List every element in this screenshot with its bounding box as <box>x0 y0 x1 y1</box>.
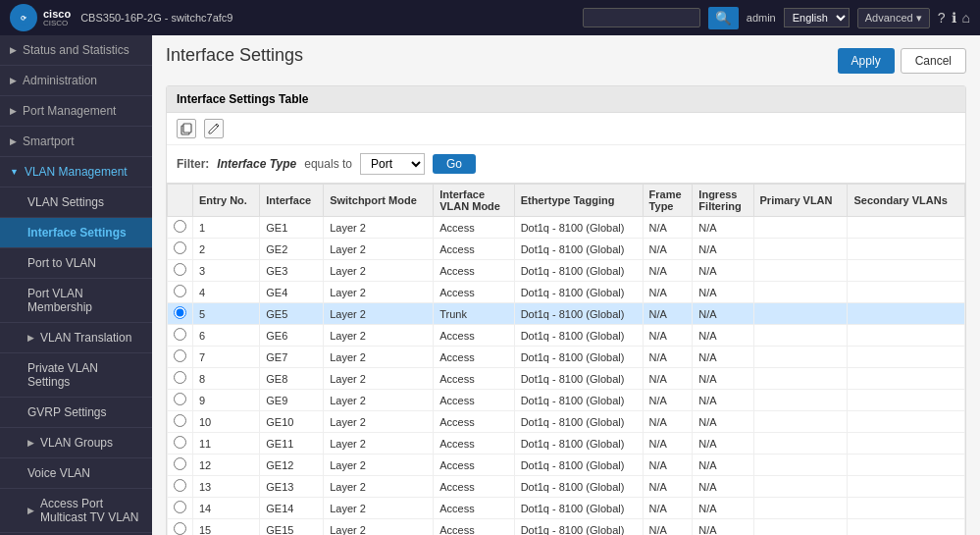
copy-icon[interactable] <box>177 119 196 138</box>
row-radio-11[interactable] <box>174 457 186 470</box>
row-radio-14[interactable] <box>174 522 186 535</box>
table-row[interactable]: 13 GE13 Layer 2 Access Dot1q - 8100 (Glo… <box>168 476 965 498</box>
filter-row: Filter: Interface Type equals to Port LA… <box>167 145 965 184</box>
filter-value-select[interactable]: Port LAG VLAN <box>360 153 425 175</box>
table-row[interactable]: 3 GE3 Layer 2 Access Dot1q - 8100 (Globa… <box>168 260 965 282</box>
cell-entry: 1 <box>193 217 260 239</box>
row-radio-cell[interactable] <box>168 347 193 368</box>
sidebar-item-status[interactable]: ▶ Status and Statistics <box>0 35 152 66</box>
sidebar-item-voice-vlan[interactable]: Voice VLAN <box>0 458 152 489</box>
sidebar-label-access-port-multicast: Access Port Multicast TV VLAN <box>40 497 142 524</box>
sidebar-item-access-port-multicast[interactable]: ▶ Access Port Multicast TV VLAN <box>0 489 152 533</box>
table-row[interactable]: 6 GE6 Layer 2 Access Dot1q - 8100 (Globa… <box>168 325 965 347</box>
row-radio-cell[interactable] <box>168 498 193 519</box>
sidebar-item-port-to-vlan[interactable]: Port to VLAN <box>0 248 152 279</box>
sidebar-item-private-vlan[interactable]: Private VLAN Settings <box>0 353 152 398</box>
content-area: Interface Settings Apply Cancel Interfac… <box>152 35 980 535</box>
row-radio-cell[interactable] <box>168 411 193 433</box>
table-row[interactable]: 8 GE8 Layer 2 Access Dot1q - 8100 (Globa… <box>168 368 965 390</box>
row-radio-4[interactable] <box>174 306 186 319</box>
row-radio-0[interactable] <box>174 220 186 233</box>
row-radio-cell[interactable] <box>168 303 193 325</box>
row-radio-12[interactable] <box>174 479 186 492</box>
cell-secondary <box>848 390 965 411</box>
row-radio-8[interactable] <box>174 393 186 405</box>
row-radio-cell[interactable] <box>168 433 193 455</box>
row-radio-cell[interactable] <box>168 217 193 239</box>
sidebar-item-port-mgmt[interactable]: ▶ Port Management <box>0 96 152 127</box>
cell-secondary <box>848 239 965 260</box>
sidebar-item-interface-settings[interactable]: Interface Settings <box>0 218 152 248</box>
row-radio-cell[interactable] <box>168 476 193 498</box>
search-button[interactable]: 🔍 <box>708 7 739 29</box>
row-radio-7[interactable] <box>174 371 186 384</box>
table-row[interactable]: 2 GE2 Layer 2 Access Dot1q - 8100 (Globa… <box>168 239 965 260</box>
row-radio-cell[interactable] <box>168 239 193 260</box>
sidebar-item-vlan-mgmt[interactable]: ▼ VLAN Management <box>0 157 152 187</box>
advanced-button[interactable]: Advanced ▾ <box>857 8 930 28</box>
row-radio-cell[interactable] <box>168 282 193 303</box>
row-radio-1[interactable] <box>174 241 186 254</box>
table-row[interactable]: 12 GE12 Layer 2 Access Dot1q - 8100 (Glo… <box>168 455 965 476</box>
table-row[interactable]: 5 GE5 Layer 2 Trunk Dot1q - 8100 (Global… <box>168 303 965 325</box>
info-icon[interactable]: ℹ <box>952 10 956 26</box>
cell-ethertype: Dot1q - 8100 (Global) <box>514 282 643 303</box>
row-radio-5[interactable] <box>174 328 186 341</box>
sidebar-item-port-vlan-membership[interactable]: Port VLAN Membership <box>0 279 152 323</box>
cell-switchport: Layer 2 <box>324 476 434 498</box>
row-radio-cell[interactable] <box>168 390 193 411</box>
home-icon[interactable]: ⌂ <box>962 10 970 26</box>
sidebar-item-vlan-translation[interactable]: ▶ VLAN Translation <box>0 323 152 353</box>
table-row[interactable]: 14 GE14 Layer 2 Access Dot1q - 8100 (Glo… <box>168 498 965 519</box>
row-radio-9[interactable] <box>174 414 186 427</box>
row-radio-cell[interactable] <box>168 325 193 347</box>
cell-secondary <box>848 411 965 433</box>
table-row[interactable]: 15 GE15 Layer 2 Access Dot1q - 8100 (Glo… <box>168 519 965 536</box>
filter-field-label: Interface Type <box>217 157 296 171</box>
row-radio-cell[interactable] <box>168 368 193 390</box>
sidebar-item-smartport[interactable]: ▶ Smartport <box>0 127 152 157</box>
sidebar-item-administration[interactable]: ▶ Administration <box>0 66 152 96</box>
sidebar: ▶ Status and Statistics ▶ Administration… <box>0 35 152 535</box>
expand-arrow-vlan-trans: ▶ <box>27 333 34 343</box>
table-row[interactable]: 9 GE9 Layer 2 Access Dot1q - 8100 (Globa… <box>168 390 965 411</box>
row-radio-2[interactable] <box>174 263 186 276</box>
row-radio-13[interactable] <box>174 501 186 513</box>
table-row[interactable]: 7 GE7 Layer 2 Access Dot1q - 8100 (Globa… <box>168 347 965 368</box>
filter-equals-label: equals to <box>304 157 352 171</box>
table-row[interactable]: 11 GE11 Layer 2 Access Dot1q - 8100 (Glo… <box>168 433 965 455</box>
table-row[interactable]: 10 GE10 Layer 2 Access Dot1q - 8100 (Glo… <box>168 411 965 433</box>
cell-ingress: N/A <box>693 239 753 260</box>
help-icon[interactable]: ? <box>938 10 946 26</box>
cell-switchport: Layer 2 <box>324 411 434 433</box>
filter-go-button[interactable]: Go <box>433 154 476 174</box>
table-row[interactable]: 4 GE4 Layer 2 Access Dot1q - 8100 (Globa… <box>168 282 965 303</box>
sidebar-item-vlan-settings[interactable]: VLAN Settings <box>0 187 152 218</box>
cell-vlan-mode: Access <box>434 260 514 282</box>
cell-entry: 3 <box>193 260 260 282</box>
language-select[interactable]: English <box>784 8 850 27</box>
expand-arrow-smartport: ▶ <box>10 136 17 146</box>
search-input[interactable] <box>583 8 700 27</box>
apply-button[interactable]: Apply <box>838 48 895 74</box>
cell-secondary <box>848 325 965 347</box>
sidebar-label-port-vlan-membership: Port VLAN Membership <box>27 287 142 314</box>
sidebar-item-gvrp[interactable]: GVRP Settings <box>0 398 152 428</box>
sidebar-label-gvrp: GVRP Settings <box>27 405 106 419</box>
sidebar-item-vlan-groups[interactable]: ▶ VLAN Groups <box>0 428 152 458</box>
row-radio-6[interactable] <box>174 349 186 362</box>
cell-entry: 6 <box>193 325 260 347</box>
cell-ethertype: Dot1q - 8100 (Global) <box>514 217 643 239</box>
cell-switchport: Layer 2 <box>324 239 434 260</box>
row-radio-cell[interactable] <box>168 519 193 536</box>
edit-icon[interactable] <box>204 119 224 138</box>
cell-interface: GE4 <box>260 282 324 303</box>
row-radio-3[interactable] <box>174 285 186 297</box>
content-wrapper: Interface Settings Apply Cancel Interfac… <box>166 45 966 535</box>
row-radio-10[interactable] <box>174 436 186 449</box>
row-radio-cell[interactable] <box>168 455 193 476</box>
cell-secondary <box>848 347 965 368</box>
row-radio-cell[interactable] <box>168 260 193 282</box>
cancel-button[interactable]: Cancel <box>901 48 966 74</box>
table-row[interactable]: 1 GE1 Layer 2 Access Dot1q - 8100 (Globa… <box>168 217 965 239</box>
